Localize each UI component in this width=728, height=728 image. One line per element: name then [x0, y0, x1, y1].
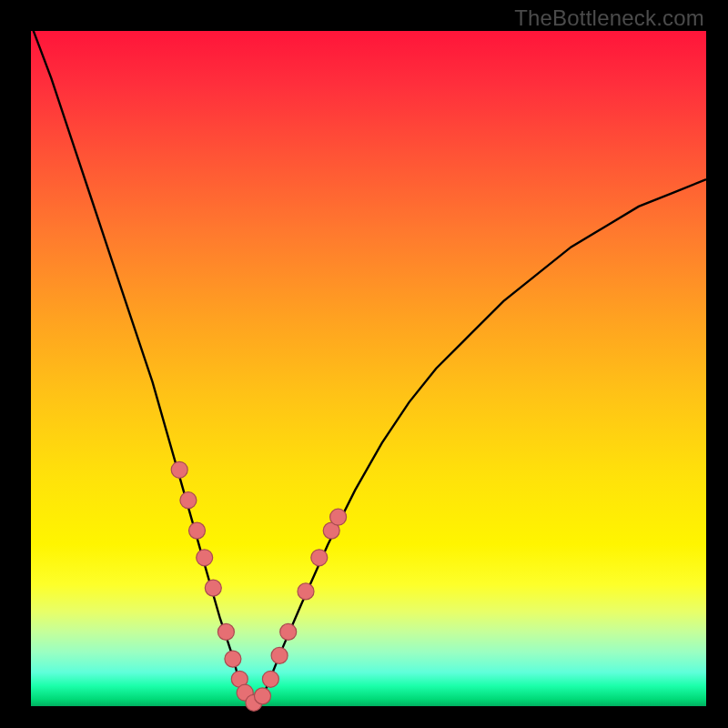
marker-point: [330, 509, 347, 525]
attribution-text: TheBottleneck.com: [514, 5, 704, 31]
curve-path: [31, 25, 706, 706]
marker-point: [217, 623, 234, 640]
marker-point: [171, 461, 187, 478]
chart-container: TheBottleneck.com: [0, 0, 728, 728]
marker-point: [280, 623, 297, 640]
marker-point: [180, 492, 197, 509]
marker-point: [311, 550, 328, 566]
marker-point: [197, 550, 213, 566]
marker-point: [262, 671, 278, 687]
marker-point: [225, 651, 241, 667]
marker-points: [171, 461, 346, 711]
marker-point: [189, 522, 206, 539]
marker-point: [271, 647, 288, 663]
marker-point: [255, 688, 271, 704]
marker-point: [298, 583, 314, 600]
bottleneck-curve: [31, 31, 706, 706]
marker-point: [205, 580, 221, 596]
